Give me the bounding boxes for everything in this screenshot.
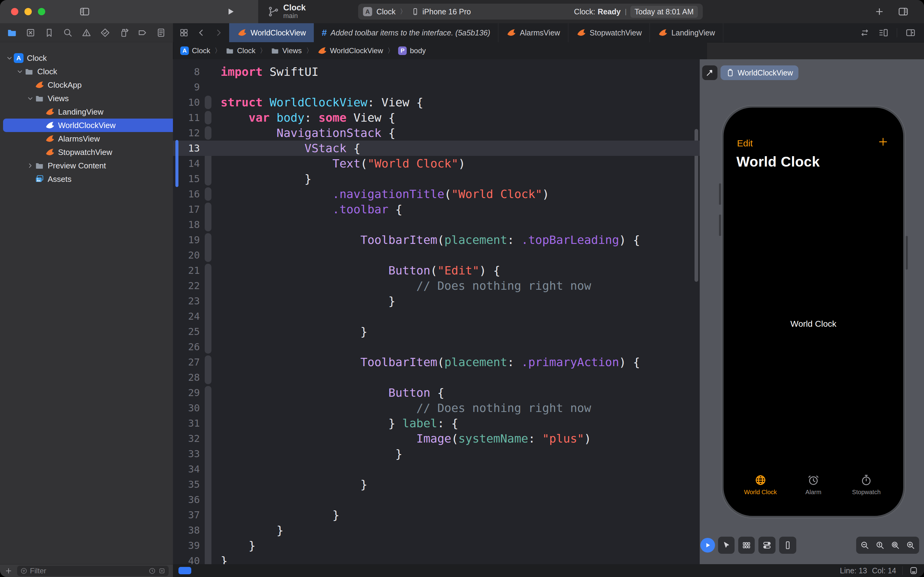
code-line-34[interactable]: 34 <box>173 461 700 477</box>
chevron-down-icon[interactable] <box>26 95 34 102</box>
debug-navigator-icon[interactable] <box>119 27 129 38</box>
code-line-29[interactable]: 29 Button { <box>173 385 700 400</box>
preview-target-chip[interactable]: WorldClockView <box>721 65 798 80</box>
report-navigator-icon[interactable] <box>156 27 166 38</box>
toggle-left-sidebar-icon[interactable] <box>79 6 90 18</box>
phone-tab-stopwatch[interactable]: Stopwatch <box>844 474 889 496</box>
plus-button[interactable] <box>877 136 889 148</box>
code-line-32[interactable]: 32 Image(systemName: "plus") <box>173 431 700 446</box>
zoom-out-button[interactable] <box>860 540 869 550</box>
code-line-31[interactable]: 31 } label: { <box>173 416 700 431</box>
code-line-20[interactable]: 20 <box>173 248 700 263</box>
code-line-25[interactable]: 25 } <box>173 324 700 339</box>
find-navigator-icon[interactable] <box>63 27 73 38</box>
tab-stopwatchview[interactable]: StopwatchView <box>568 23 650 42</box>
code-line-37[interactable]: 37 } <box>173 507 700 522</box>
file-assets[interactable]: Assets <box>3 172 193 186</box>
breadcrumb-item-worldclockview[interactable]: WorldClockView <box>317 46 383 56</box>
tab-added-toolbar-items-to-the-interface-5a5b136[interactable]: #Added toolbar items to the interface. (… <box>314 23 498 42</box>
breakpoint-navigator-icon[interactable] <box>137 27 148 38</box>
selectable-mode-button[interactable] <box>718 537 734 554</box>
code-line-17[interactable]: 17 .toolbar { <box>173 202 700 217</box>
breakpoints-pill[interactable] <box>179 567 191 574</box>
code-line-24[interactable]: 24 <box>173 309 700 324</box>
code-line-39[interactable]: 39 } <box>173 538 700 553</box>
forward-icon[interactable] <box>214 28 223 37</box>
code-line-16[interactable]: 16 .navigationTitle("World Clock") <box>173 187 700 202</box>
add-file-icon[interactable] <box>4 567 13 575</box>
code-line-38[interactable]: 38 } <box>173 522 700 538</box>
breadcrumb-item-views[interactable]: Views <box>271 47 302 55</box>
code-line-36[interactable]: 36 <box>173 492 700 507</box>
code-line-10[interactable]: 10struct WorldClockView: View { <box>173 95 700 110</box>
project-navigator-icon[interactable] <box>7 27 17 38</box>
code-line-12[interactable]: 12 NavigationStack { <box>173 125 700 140</box>
run-preview-button[interactable] <box>700 537 715 554</box>
test-navigator-icon[interactable] <box>100 27 110 38</box>
code-line-19[interactable]: 19 ToolbarItem(placement: .topBarLeading… <box>173 232 700 248</box>
code-line-33[interactable]: 33 } <box>173 446 700 461</box>
file-clock[interactable]: AClock <box>3 52 172 65</box>
chevron-down-icon[interactable] <box>16 68 24 75</box>
code-line-15[interactable]: 15 } <box>173 171 700 187</box>
tab-alarmsview[interactable]: AlarmsView <box>498 23 568 42</box>
toggle-right-sidebar-icon[interactable] <box>897 6 909 18</box>
code-line-30[interactable]: 30 // Does nothing right now <box>173 400 700 416</box>
code-line-35[interactable]: 35 } <box>173 477 700 492</box>
run-button[interactable] <box>225 6 236 17</box>
tab-worldclockview[interactable]: WorldClockView <box>229 23 314 42</box>
run-destination[interactable]: iPhone 16 Pro <box>423 7 471 16</box>
code-line-14[interactable]: 14 Text("World Clock") <box>173 156 700 171</box>
minimize-window-button[interactable] <box>24 8 32 15</box>
chevron-down-icon[interactable] <box>5 55 13 62</box>
back-icon[interactable] <box>197 28 206 37</box>
edit-button[interactable]: Edit <box>737 138 753 148</box>
zoom-in-button[interactable] <box>906 540 916 550</box>
scm-filter-icon[interactable] <box>158 567 166 575</box>
breadcrumb-item-clock[interactable]: Clock <box>225 47 256 55</box>
code-line-26[interactable]: 26 <box>173 339 700 355</box>
file-clock[interactable]: Clock <box>3 65 183 78</box>
related-items-icon[interactable] <box>179 28 189 38</box>
pin-preview-button[interactable] <box>702 65 718 80</box>
device-bezels-button[interactable] <box>779 537 796 554</box>
code-line-21[interactable]: 21 Button("Edit") { <box>173 263 700 278</box>
device-settings-button[interactable] <box>758 537 776 554</box>
file-preview-content[interactable]: Preview Content <box>3 159 193 172</box>
code-line-40[interactable]: 40} <box>173 553 700 564</box>
swap-editor-icon[interactable] <box>860 27 870 38</box>
code-line-22[interactable]: 22 // Does nothing right now <box>173 278 700 293</box>
issue-navigator-icon[interactable] <box>81 27 92 38</box>
scheme-name[interactable]: Clock <box>377 7 396 16</box>
phone-tab-world-clock[interactable]: World Clock <box>737 474 784 496</box>
code-line-13[interactable]: 13 VStack { <box>173 140 700 156</box>
zoom-actual-button[interactable] <box>875 540 885 550</box>
file-clockapp[interactable]: ClockApp <box>3 78 193 92</box>
breadcrumb-item-body[interactable]: Pbody <box>398 47 426 55</box>
add-icon[interactable] <box>874 6 885 17</box>
code-line-8[interactable]: 8import SwiftUI <box>173 64 700 79</box>
source-control-navigator-icon[interactable] <box>25 27 36 38</box>
maximize-window-button[interactable] <box>38 8 45 15</box>
code-line-27[interactable]: 27 ToolbarItem(placement: .primaryAction… <box>173 355 700 370</box>
code-line-9[interactable]: 9 <box>173 79 700 95</box>
minimized-panel-icon[interactable] <box>909 566 919 575</box>
tab-landingview[interactable]: LandingView <box>650 23 723 42</box>
code-line-11[interactable]: 11 var body: some View { <box>173 110 700 125</box>
phone-tab-alarm[interactable]: Alarm <box>790 474 836 496</box>
bookmark-navigator-icon[interactable] <box>44 27 55 38</box>
close-window-button[interactable] <box>11 8 18 15</box>
variants-mode-button[interactable] <box>738 537 755 554</box>
activity-view[interactable]: A Clock 〉 iPhone 16 Pro Clock: Ready | T… <box>358 4 703 19</box>
source-editor[interactable]: 8import SwiftUI910struct WorldClockView:… <box>173 59 700 564</box>
file-views[interactable]: Views <box>3 92 193 105</box>
code-line-28[interactable]: 28 <box>173 370 700 385</box>
recents-filter-icon[interactable] <box>148 567 156 575</box>
breadcrumb-item-clock[interactable]: AClock <box>180 47 210 55</box>
code-line-23[interactable]: 23 } <box>173 293 700 309</box>
assistant-editor-icon[interactable] <box>878 27 889 38</box>
add-editor-icon[interactable] <box>905 27 916 38</box>
filter-input[interactable]: Filter <box>17 566 169 576</box>
code-line-18[interactable]: 18 <box>173 217 700 232</box>
chevron-right-icon[interactable] <box>26 162 34 169</box>
